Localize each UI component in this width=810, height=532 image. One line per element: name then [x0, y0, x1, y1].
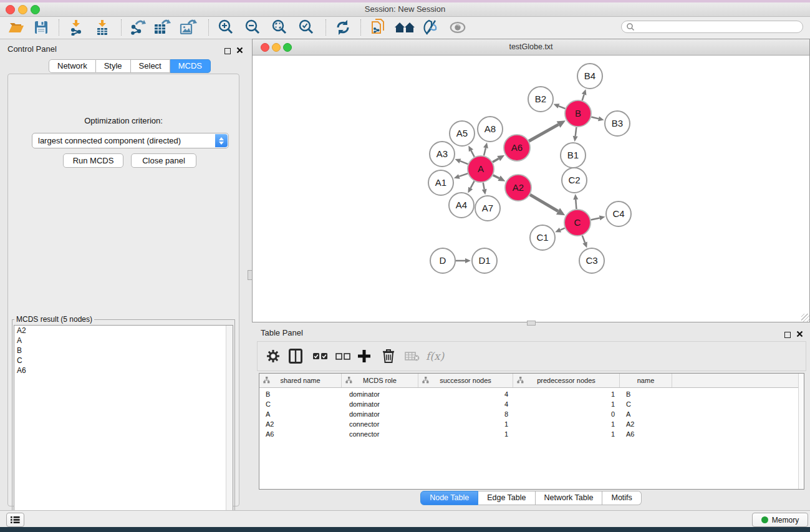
cybrowser-home-icon[interactable] [394, 19, 415, 36]
search-field[interactable] [621, 21, 803, 33]
graph-node-A6[interactable]: A6 [504, 135, 530, 161]
network-window-titlebar[interactable]: testGlobe.txt [253, 39, 809, 56]
table-row[interactable]: Adominator 80 A [259, 410, 804, 420]
svg-text:A7: A7 [482, 203, 493, 213]
zoom-in-icon[interactable] [217, 19, 234, 36]
tab-motifs[interactable]: Motifs [602, 491, 641, 505]
graph-node-C3[interactable]: C3 [579, 248, 604, 273]
graph-node-A5[interactable]: A5 [450, 121, 475, 146]
import-network-icon[interactable] [67, 19, 85, 36]
column-header-predecessor-nodes[interactable]: predecessor nodes [513, 374, 620, 387]
close-view-icon[interactable] [261, 43, 269, 52]
table-row[interactable]: Bdominator 41 B [259, 390, 804, 400]
graph-node-C2[interactable]: C2 [562, 168, 587, 193]
graph-node-D[interactable]: D [430, 248, 455, 273]
graph-node-C[interactable]: C [564, 210, 591, 236]
scrollbar-track[interactable] [798, 374, 804, 489]
network-graph[interactable]: B4B2BB3A5A8A6A3B1AA1C2A2A4A7C4CC1C3DD1 [253, 56, 809, 322]
show-hide-panel-icon[interactable] [449, 19, 466, 36]
graph-node-C1[interactable]: C1 [530, 225, 555, 250]
list-item[interactable]: B [14, 346, 233, 355]
column-header-name[interactable]: name [620, 374, 672, 387]
search-input[interactable] [635, 21, 803, 32]
tab-node-table[interactable]: Node Table [420, 491, 478, 505]
resize-corner-icon[interactable] [801, 314, 809, 322]
list-item[interactable]: A6 [14, 365, 233, 375]
graph-node-A3[interactable]: A3 [430, 142, 455, 167]
maximize-window-icon[interactable] [31, 5, 40, 14]
graph-node-B[interactable]: B [565, 100, 591, 127]
graph-node-A8[interactable]: A8 [478, 117, 503, 142]
toolbar-separator [325, 19, 326, 36]
minimize-view-icon[interactable] [272, 43, 281, 52]
list-item[interactable]: A2 [14, 326, 233, 336]
new-network-from-selection-icon[interactable] [369, 19, 387, 36]
select-all-icon[interactable] [313, 347, 328, 365]
export-network-icon[interactable] [128, 19, 146, 36]
refresh-icon[interactable] [334, 19, 352, 36]
export-image-icon[interactable] [180, 19, 197, 36]
graph-node-A1[interactable]: A1 [428, 170, 453, 195]
tab-network-table[interactable]: Network Table [536, 491, 603, 505]
save-session-icon[interactable] [32, 19, 50, 36]
export-table-icon[interactable] [153, 19, 171, 36]
gear-icon[interactable] [266, 347, 280, 365]
graph-node-B2[interactable]: B2 [528, 87, 553, 112]
graph-node-B4[interactable]: B4 [577, 64, 602, 89]
close-panel-icon[interactable] [236, 45, 243, 52]
tab-select[interactable]: Select [131, 59, 170, 73]
zoom-out-icon[interactable] [244, 19, 261, 36]
table-row[interactable]: A2connector 11 A2 [259, 420, 804, 430]
list-item[interactable]: A [14, 336, 233, 346]
graph-node-A7[interactable]: A7 [475, 196, 500, 221]
graph-node-D1[interactable]: D1 [472, 248, 497, 273]
run-mcds-button[interactable]: Run MCDS [63, 153, 123, 168]
unselect-all-icon[interactable] [335, 347, 350, 365]
close-table-panel-icon[interactable] [796, 329, 803, 336]
graph-node-A2[interactable]: A2 [505, 175, 531, 201]
select-stepper-icon [215, 134, 228, 147]
table-panel: Table Panel f(x) [252, 324, 810, 510]
tab-network[interactable]: Network [49, 59, 96, 73]
column-browser-icon[interactable] [289, 347, 302, 365]
column-header-mcds-role[interactable]: MCDS role [342, 374, 418, 387]
float-panel-icon[interactable] [224, 46, 231, 52]
node-table[interactable]: shared name MCDS role successor nodes pr… [259, 373, 804, 490]
tab-mcds[interactable]: MCDS [170, 59, 211, 73]
graph-node-B3[interactable]: B3 [605, 111, 630, 136]
minimize-window-icon[interactable] [18, 5, 27, 14]
graph-node-C4[interactable]: C4 [606, 201, 631, 226]
zoom-selected-icon[interactable] [297, 19, 315, 36]
svg-text:B4: B4 [584, 70, 595, 81]
tab-edge-table[interactable]: Edge Table [478, 491, 535, 505]
column-header-successor-nodes[interactable]: successor nodes [418, 374, 513, 387]
float-table-panel-icon[interactable] [784, 329, 791, 336]
mcds-result-list[interactable]: A2 A B C A6 [14, 325, 233, 519]
delete-row-icon[interactable] [382, 347, 395, 365]
task-history-button[interactable] [6, 513, 24, 527]
graph-node-B1[interactable]: B1 [561, 143, 586, 168]
memory-button[interactable]: Memory [752, 513, 808, 527]
toolbar-separator [360, 19, 361, 36]
close-window-icon[interactable] [6, 5, 15, 14]
tab-style[interactable]: Style [96, 59, 131, 73]
svg-text:A: A [478, 163, 484, 174]
list-item[interactable]: C [14, 355, 233, 365]
desktop-wallpaper-bottom [0, 527, 810, 532]
table-row[interactable]: A6connector 11 A6 [259, 430, 804, 440]
open-file-icon[interactable] [7, 19, 25, 36]
optimization-criterion-select[interactable]: largest connected component (directed) [32, 133, 229, 148]
svg-text:D1: D1 [478, 255, 490, 266]
table-row[interactable]: Cdominator 41 C [259, 400, 804, 410]
scrollbar-track[interactable] [226, 326, 233, 518]
zoom-fit-icon[interactable] [271, 19, 288, 36]
graph-node-A4[interactable]: A4 [449, 193, 474, 218]
toggle-details-icon[interactable] [422, 19, 439, 36]
network-view-window: testGlobe.txt B4B2BB3A5A8A6A3B1AA1C2A2A4… [252, 39, 810, 322]
column-header-shared-name[interactable]: shared name [259, 374, 342, 387]
maximize-view-icon[interactable] [283, 43, 292, 52]
close-panel-button[interactable]: Close panel [131, 153, 196, 168]
import-table-icon[interactable] [94, 19, 111, 36]
graph-node-A[interactable]: A [468, 156, 494, 182]
add-row-icon[interactable] [357, 347, 371, 365]
